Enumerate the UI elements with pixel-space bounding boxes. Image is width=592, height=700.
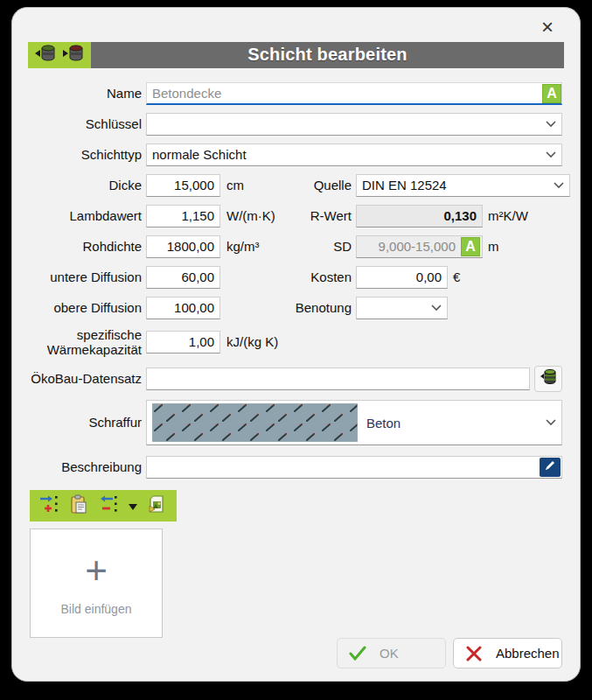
chevron-down-icon bbox=[546, 419, 556, 426]
oekobau-label: ÖkoBau-Datensatz bbox=[30, 371, 142, 386]
schraffur-select[interactable]: Beton bbox=[146, 400, 562, 445]
kosten-input[interactable] bbox=[356, 266, 448, 289]
dicke-label: Dicke bbox=[30, 178, 142, 192]
quelle-value: DIN EN 12524 bbox=[362, 178, 447, 192]
chevron-down-icon bbox=[546, 151, 556, 158]
prev-cylinder-icon bbox=[33, 42, 58, 68]
schraffur-value: Beton bbox=[366, 416, 400, 430]
waermekapazitaet-label: spezifische Wärmekapazität bbox=[30, 327, 142, 358]
schichttyp-value: normale Schicht bbox=[152, 147, 247, 162]
dialog-titlebar: Schicht bearbeiten bbox=[28, 42, 564, 67]
image-drop-area[interactable]: + Bild einfügen bbox=[30, 528, 163, 638]
dicke-input[interactable] bbox=[146, 174, 220, 197]
image-toolbar bbox=[30, 490, 562, 522]
insert-image-icon bbox=[147, 494, 168, 518]
name-auto-badge[interactable]: A bbox=[542, 84, 561, 103]
beton-hatch-swatch bbox=[152, 403, 358, 442]
dropdown-caret-icon bbox=[129, 498, 137, 514]
beschreibung-label: Beschreibung bbox=[30, 459, 142, 474]
page-title: Schicht bearbeiten bbox=[91, 42, 564, 67]
sd-auto-badge[interactable]: A bbox=[461, 237, 480, 256]
oekobau-input[interactable] bbox=[146, 368, 530, 390]
rohdichte-unit: kg/m³ bbox=[225, 239, 273, 254]
rwert-unit: m²K/W bbox=[483, 208, 528, 223]
cancel-label: Abbrechen bbox=[494, 646, 561, 661]
lambdawert-label: Lambdawert bbox=[30, 208, 142, 223]
schluessel-label: Schlüssel bbox=[30, 116, 142, 131]
rwert-label: R-Wert bbox=[277, 208, 352, 223]
image-placeholder-label: Bild einfügen bbox=[61, 602, 132, 616]
quelle-select[interactable]: DIN EN 12524 bbox=[356, 174, 570, 197]
cancel-button[interactable]: Abbrechen bbox=[453, 638, 562, 668]
chevron-down-icon bbox=[546, 121, 556, 128]
add-layer-button[interactable] bbox=[37, 494, 61, 518]
benotung-select[interactable] bbox=[356, 297, 448, 319]
next-cylinder-icon bbox=[61, 42, 86, 68]
chevron-down-icon bbox=[554, 182, 564, 189]
ok-label: OK bbox=[378, 646, 445, 661]
dicke-unit: cm bbox=[225, 178, 273, 192]
untere-diffusion-input[interactable] bbox=[146, 266, 220, 289]
schraffur-label: Schraffur bbox=[30, 415, 142, 430]
obere-diffusion-label: obere Diffusion bbox=[30, 300, 142, 315]
waermekapazitaet-unit: kJ/(kg K) bbox=[225, 334, 273, 349]
rohdichte-label: Rohdichte bbox=[30, 239, 142, 254]
schichttyp-label: Schichttyp bbox=[30, 147, 142, 162]
record-nav-box bbox=[28, 42, 91, 67]
kosten-label: Kosten bbox=[277, 270, 352, 284]
schluessel-select[interactable] bbox=[146, 113, 562, 136]
insert-image-button[interactable] bbox=[145, 494, 170, 518]
prev-record-button[interactable] bbox=[33, 43, 58, 67]
sd-value: 9,000-15,000 bbox=[379, 239, 456, 254]
remove-options-caret[interactable] bbox=[126, 494, 140, 518]
database-icon bbox=[538, 367, 559, 391]
oekobau-database-button[interactable] bbox=[534, 366, 562, 392]
clipboard-paste-icon bbox=[68, 494, 89, 518]
check-icon bbox=[338, 646, 378, 662]
remove-layer-button[interactable] bbox=[96, 494, 121, 518]
pencil-icon bbox=[543, 458, 557, 476]
screen-background: × bbox=[0, 0, 592, 700]
name-input[interactable] bbox=[146, 82, 562, 105]
sd-readonly: 9,000-15,000 A bbox=[356, 235, 483, 258]
next-record-button[interactable] bbox=[61, 43, 86, 67]
plus-icon: + bbox=[85, 551, 108, 590]
x-icon bbox=[454, 646, 494, 662]
quelle-label: Quelle bbox=[277, 178, 352, 192]
remove-row-icon bbox=[98, 494, 119, 518]
schichttyp-select[interactable]: normale Schicht bbox=[146, 144, 562, 166]
sd-label: SD bbox=[277, 239, 352, 254]
schicht-bearbeiten-dialog: × bbox=[11, 7, 581, 682]
sd-unit: m bbox=[483, 239, 499, 254]
beschreibung-input[interactable] bbox=[146, 456, 562, 479]
benotung-label: Benotung bbox=[277, 300, 352, 315]
chevron-down-icon bbox=[431, 304, 442, 312]
obere-diffusion-input[interactable] bbox=[146, 297, 220, 319]
rwert-readonly: 0,130 bbox=[356, 205, 483, 228]
ok-button[interactable]: OK bbox=[337, 638, 446, 668]
waermekapazitaet-input[interactable] bbox=[146, 331, 220, 354]
kosten-unit: € bbox=[448, 270, 460, 284]
add-row-icon bbox=[38, 494, 59, 518]
lambdawert-input[interactable] bbox=[146, 205, 220, 228]
untere-diffusion-label: untere Diffusion bbox=[30, 270, 142, 284]
lambdawert-unit: W/(m·K) bbox=[225, 208, 273, 223]
edit-pencil-button[interactable] bbox=[540, 458, 561, 477]
rohdichte-input[interactable] bbox=[146, 235, 220, 258]
close-icon[interactable]: × bbox=[533, 14, 562, 40]
paste-button[interactable] bbox=[66, 494, 91, 518]
name-label: Name bbox=[30, 86, 142, 101]
